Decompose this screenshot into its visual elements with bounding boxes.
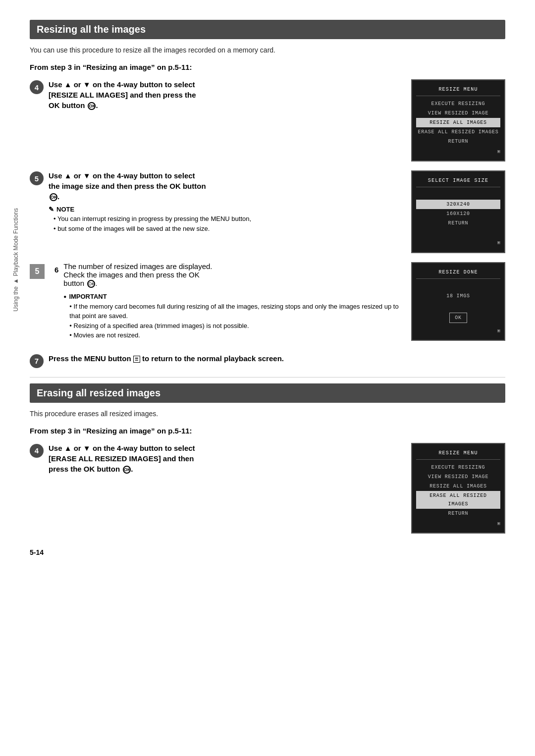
lcd-4b-item-3: RESIZE ALL IMAGES	[416, 482, 500, 491]
step-4a-text1: Use ▲ or ▼ on the 4-way button to select	[49, 79, 402, 90]
important-list: If the memory card becomes full during r…	[63, 302, 402, 340]
step-5-text2: the image size and then press the OK but…	[49, 181, 402, 191]
step-4a-row: 4 Use ▲ or ▼ on the 4-way button to sele…	[30, 79, 505, 162]
step-7-number: 7	[30, 354, 44, 368]
step-4a-with-image: Use ▲ or ▼ on the 4-way button to select…	[49, 79, 505, 162]
lcd-4b: RESIZE MENU EXECUTE RESIZING VIEW RESIZE…	[411, 443, 505, 534]
note-item-1: You can interrupt resizing in progress b…	[54, 214, 402, 224]
step-4a-text: Use ▲ or ▼ on the 4-way button to select…	[49, 79, 402, 110]
lcd-4b-item-1: EXECUTE RESIZING	[416, 463, 500, 472]
lcd-5-corner: ▣	[416, 239, 500, 247]
ok-circle-4b: OK	[123, 466, 131, 474]
lcd-5-item-2: 160X120	[416, 209, 500, 218]
lcd-5-item-3: RETURN	[416, 218, 500, 228]
step-6-row: 5 6 The number of resized images are dis…	[30, 262, 505, 345]
step-6-text2: Check the images and then press the OK	[63, 270, 402, 279]
important-item-1: If the memory card becomes full during r…	[69, 302, 402, 321]
step-7-text: Press the MENU button ☰ to return to the…	[49, 353, 505, 364]
menu-icon-7: ☰	[133, 356, 140, 363]
lcd-6: RESIZE DONE 18 IMGS OK ▣	[411, 262, 505, 341]
lcd-4a-item-5: RETURN	[416, 137, 500, 146]
step-4b-content: Use ▲ or ▼ on the 4-way button to select…	[49, 443, 505, 534]
from-step-1: From step 3 in “Resizing an image” on p.…	[30, 63, 505, 71]
step-4b-text1: Use ▲ or ▼ on the 4-way button to select	[49, 443, 402, 453]
note-item-2: but some of the images will be saved at …	[54, 224, 402, 234]
lcd-4b-title: RESIZE MENU	[416, 449, 500, 460]
lcd-4a-item-1: EXECUTE RESIZING	[416, 99, 500, 108]
lcd-4b-item-2: VIEW RESIZED IMAGE	[416, 472, 500, 482]
lcd-6-count: 18 IMGS	[416, 291, 500, 301]
step-5-number: 5	[30, 171, 44, 185]
ok-circle-6: OK	[87, 280, 95, 288]
lcd-5-item-1: 320X240	[416, 200, 500, 209]
step-6-badge: 5	[30, 264, 45, 279]
lcd-6-corner: ▣	[416, 327, 500, 335]
step-6-with-image: The number of resized images are display…	[63, 262, 505, 345]
note-box: NOTE You can interrupt resizing in progr…	[49, 206, 402, 233]
step-5-text3: OK.	[49, 191, 402, 202]
step-6-text3: button OK.	[63, 279, 402, 288]
lcd-4a: RESIZE MENU EXECUTE RESIZING VIEW RESIZE…	[411, 79, 505, 162]
step-7-content: Press the MENU button ☰ to return to the…	[49, 353, 505, 364]
step-6-number: 6	[54, 266, 58, 274]
step-4b-number: 4	[30, 444, 44, 458]
lcd-4b-item-5: RETURN	[416, 509, 500, 518]
lcd-5: SELECT IMAGE SIZE 320X240 160X120 RETURN…	[411, 170, 505, 253]
step-4b-row: 4 Use ▲ or ▼ on the 4-way button to sele…	[30, 443, 505, 534]
from-step-2: From step 3 in “Resizing an image” on p.…	[30, 427, 505, 435]
page-number: 5-14	[30, 548, 505, 556]
important-box: IMPORTANT If the memory card becomes ful…	[63, 293, 402, 340]
step-6-content: The number of resized images are display…	[63, 262, 505, 345]
ok-circle-4a: OK	[88, 102, 96, 110]
lcd-5-spacer	[416, 190, 500, 200]
ok-circle-5: OK	[50, 193, 57, 201]
step-6-text: The number of resized images are display…	[63, 262, 402, 345]
page-wrapper: Using the ► Playback Mode Functions Resi…	[30, 20, 505, 556]
lcd-4b-item-4: ERASE ALL RESIZED IMAGES	[416, 491, 500, 509]
section-header-1: Resizing all the images	[30, 20, 505, 39]
step-4a-text2: [RESIZE ALL IMAGES] and then press the	[49, 90, 402, 100]
step-5-text1: Use ▲ or ▼ on the 4-way button to select	[49, 170, 402, 181]
lcd-6-spacer1	[416, 282, 500, 291]
step-7-row: 7 Press the MENU button ☰ to return to t…	[30, 353, 505, 368]
subtitle-2: This procedure erases all resized images…	[30, 410, 505, 418]
lcd-4a-corner: ▣	[416, 148, 500, 156]
step-5-content: Use ▲ or ▼ on the 4-way button to select…	[49, 170, 505, 253]
step-6-number-wrap: 6	[54, 263, 58, 274]
important-item-2: Resizing of a specified area (trimmed im…	[69, 321, 402, 331]
step-4a-text3: OK button OK.	[49, 100, 402, 110]
step-6-text1: The number of resized images are display…	[63, 262, 402, 270]
section-header-2: Erasing all resized images	[30, 383, 505, 403]
lcd-4a-item-3: RESIZE ALL IMAGES	[416, 118, 500, 127]
step-5-row: 5 Use ▲ or ▼ on the 4-way button to sele…	[30, 170, 505, 253]
step-4b-with-image: Use ▲ or ▼ on the 4-way button to select…	[49, 443, 505, 534]
lcd-5-title: SELECT IMAGE SIZE	[416, 176, 500, 187]
side-label: Using the ► Playback Mode Functions	[12, 208, 19, 312]
lcd-6-ok: OK	[416, 310, 500, 325]
lcd-6-spacer2	[416, 301, 500, 310]
note-list: You can interrupt resizing in progress b…	[49, 214, 402, 233]
lcd-4a-title: RESIZE MENU	[416, 85, 500, 96]
divider	[30, 377, 505, 378]
step-4b-text3: press the OK button OK.	[49, 464, 402, 474]
note-title: NOTE	[49, 206, 402, 213]
lcd-4a-item-2: VIEW RESIZED IMAGE	[416, 108, 500, 118]
important-item-3: Movies are not resized.	[69, 330, 402, 340]
step-4a-number: 4	[30, 80, 44, 94]
step-5-text: Use ▲ or ▼ on the 4-way button to select…	[49, 170, 402, 237]
step-4b-text2: [ERASE ALL RESIZED IMAGES] and then	[49, 453, 402, 464]
step-6-badges: 5	[30, 263, 50, 279]
subtitle-1: You can use this procedure to resize all…	[30, 46, 505, 54]
step-5-with-image: Use ▲ or ▼ on the 4-way button to select…	[49, 170, 505, 253]
lcd-4a-item-4: ERASE ALL RESIZED IMAGES	[416, 127, 500, 137]
lcd-6-ok-btn: OK	[449, 313, 467, 323]
lcd-5-spacer2	[416, 228, 500, 237]
lcd-6-title: RESIZE DONE	[416, 268, 500, 279]
important-title: IMPORTANT	[63, 293, 402, 300]
step-4a-content: Use ▲ or ▼ on the 4-way button to select…	[49, 79, 505, 162]
lcd-4b-corner: ▣	[416, 520, 500, 528]
step-4b-text: Use ▲ or ▼ on the 4-way button to select…	[49, 443, 402, 474]
